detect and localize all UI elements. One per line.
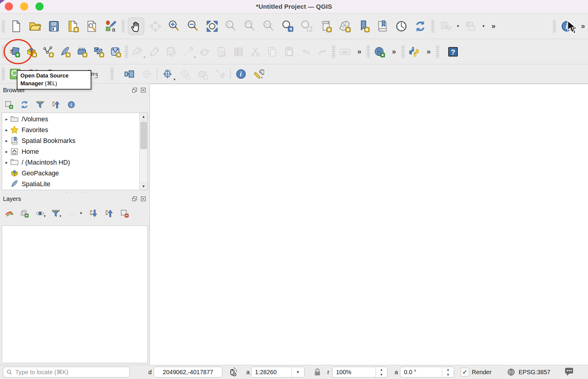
browser-close-button[interactable] bbox=[140, 87, 146, 93]
collapse-all-button[interactable] bbox=[50, 99, 61, 110]
toggle-editing-button[interactable] bbox=[147, 44, 162, 59]
toolbar-drag-handle[interactable] bbox=[111, 68, 114, 80]
add-group-button[interactable] bbox=[19, 208, 29, 218]
lock-scale-icon[interactable] bbox=[312, 367, 323, 377]
new-virtual-layer-button[interactable] bbox=[91, 44, 106, 59]
save-layer-edits-button[interactable] bbox=[164, 44, 178, 59]
toolbar-drag-handle[interactable] bbox=[2, 68, 5, 80]
scale-dropdown-arrow[interactable]: ▼ bbox=[291, 367, 304, 377]
expander-icon[interactable]: ▸ bbox=[3, 149, 10, 154]
label-overflow-button[interactable]: » bbox=[354, 44, 364, 59]
pan-map-button[interactable] bbox=[128, 17, 144, 35]
georeferencer-button[interactable] bbox=[139, 66, 154, 82]
collapse-all-layers-button[interactable] bbox=[104, 208, 114, 218]
open-layer-styling-button[interactable] bbox=[4, 208, 14, 218]
new-mesh-layer-button[interactable] bbox=[74, 44, 89, 59]
vertex-tool-button[interactable] bbox=[198, 44, 212, 59]
close-window-button[interactable] bbox=[5, 2, 13, 11]
toolbar-drag-handle[interactable] bbox=[436, 45, 439, 58]
new-spatialite-layer-button[interactable] bbox=[58, 44, 72, 59]
expander-icon[interactable]: ▸ bbox=[3, 138, 10, 144]
toolbar-drag-handle[interactable] bbox=[431, 20, 434, 32]
magnifier-spinbox[interactable]: 100% ▲▼ bbox=[332, 367, 387, 377]
toolbar-drag-handle[interactable] bbox=[122, 20, 125, 32]
pan-to-selection-button[interactable] bbox=[147, 18, 163, 35]
zoom-to-layer-button[interactable] bbox=[242, 18, 258, 35]
web-overflow-button[interactable]: » bbox=[389, 44, 399, 59]
filter-browser-button[interactable] bbox=[35, 99, 45, 110]
profile-tool-button[interactable] bbox=[122, 66, 136, 82]
add-circle-button[interactable] bbox=[178, 66, 192, 82]
save-project-button[interactable] bbox=[46, 18, 62, 35]
select-features-button[interactable] bbox=[438, 18, 453, 35]
delete-selected-button[interactable] bbox=[231, 44, 246, 59]
new-print-layout-button[interactable] bbox=[65, 18, 80, 35]
help-button[interactable]: ? bbox=[446, 44, 460, 59]
metadata-info-button[interactable]: i bbox=[234, 66, 248, 82]
magnifier-stepper[interactable]: ▲▼ bbox=[375, 367, 387, 377]
panel-splitter[interactable]: · · · · · · bbox=[0, 190, 149, 194]
dropdown-arrow[interactable]: ▼ bbox=[193, 56, 196, 59]
new-geopackage-layer-button[interactable] bbox=[24, 44, 38, 59]
dropdown-arrow[interactable]: ▼ bbox=[173, 78, 176, 81]
copy-features-button[interactable] bbox=[265, 44, 279, 59]
zoom-to-selection-button[interactable] bbox=[223, 18, 239, 35]
coordinate-field[interactable]: 2049062,-4017877 bbox=[154, 367, 222, 377]
browser-float-button[interactable] bbox=[132, 87, 138, 93]
open-project-button[interactable] bbox=[27, 18, 43, 35]
add-feature-button[interactable]: ▼ bbox=[181, 44, 195, 59]
toolbar-drag-handle[interactable] bbox=[2, 45, 5, 58]
metasearch-button[interactable] bbox=[372, 44, 386, 59]
resize-grip[interactable]: .: bbox=[585, 374, 587, 378]
attributes-overflow-button[interactable]: » bbox=[578, 18, 588, 34]
toolbar-drag-handle[interactable] bbox=[553, 20, 556, 32]
add-selected-layers-button[interactable] bbox=[4, 99, 14, 110]
new-3d-map-view-button[interactable] bbox=[337, 18, 352, 35]
layers-close-button[interactable] bbox=[140, 196, 146, 202]
modify-attributes-button[interactable] bbox=[214, 44, 229, 59]
refresh-browser-button[interactable] bbox=[19, 99, 29, 110]
redo-button[interactable] bbox=[315, 44, 330, 59]
browser-item-volumes[interactable]: ▸/Volumes bbox=[3, 114, 147, 125]
filter-by-expression-button[interactable]: ε bbox=[66, 208, 76, 218]
cut-features-button[interactable] bbox=[248, 44, 262, 59]
render-checkbox[interactable]: ✓ Render bbox=[461, 367, 492, 377]
zoom-last-button[interactable] bbox=[280, 18, 296, 35]
paste-features-button[interactable] bbox=[282, 44, 296, 59]
locator-search[interactable] bbox=[3, 367, 130, 377]
dropdown-arrow[interactable]: ▼ bbox=[43, 214, 46, 218]
crs-status[interactable]: EPSG:3857 bbox=[506, 367, 550, 377]
dropdown-arrow[interactable]: ▼ bbox=[59, 214, 62, 218]
open-data-source-manager-button[interactable] bbox=[7, 44, 22, 59]
browser-properties-button[interactable]: i bbox=[66, 99, 76, 110]
browser-item-spatialite[interactable]: SpatiaLite bbox=[3, 179, 147, 190]
map-canvas[interactable] bbox=[150, 84, 588, 365]
minimize-window-button[interactable] bbox=[20, 2, 28, 11]
browser-item-geopackage[interactable]: GeoPackage bbox=[3, 168, 147, 179]
plugins-overflow-button[interactable]: » bbox=[424, 44, 434, 59]
new-map-view-button[interactable] bbox=[318, 18, 333, 35]
browser-item-favorites[interactable]: ▸Favorites bbox=[3, 125, 147, 135]
labeling-button[interactable]: abc bbox=[338, 44, 352, 59]
new-project-button[interactable] bbox=[8, 18, 24, 35]
manage-map-themes-button[interactable]: ▼ bbox=[35, 208, 45, 218]
clean-vector-button[interactable] bbox=[213, 66, 227, 82]
select-by-form-button[interactable] bbox=[463, 18, 479, 35]
dropdown-arrow[interactable]: ▼ bbox=[79, 211, 83, 215]
zoom-native-button[interactable]: 1:1 bbox=[261, 18, 277, 35]
expander-icon[interactable]: ▸ bbox=[3, 117, 10, 122]
toolbar-drag-handle[interactable] bbox=[332, 45, 335, 58]
dropdown-arrow[interactable]: ▼ bbox=[456, 24, 460, 28]
undo-button[interactable] bbox=[299, 44, 313, 59]
dropdown-arrow[interactable]: ▼ bbox=[482, 24, 485, 28]
topology-checker-button[interactable] bbox=[195, 66, 210, 82]
expander-icon[interactable]: ▸ bbox=[3, 160, 10, 165]
identify-features-button[interactable]: i bbox=[559, 18, 575, 35]
expand-all-button[interactable] bbox=[88, 208, 99, 218]
toolbar-overflow-button[interactable]: » bbox=[489, 18, 499, 34]
browser-item-home[interactable]: ▸Home bbox=[3, 146, 147, 157]
maximize-window-button[interactable] bbox=[35, 2, 44, 11]
refresh-map-button[interactable] bbox=[412, 18, 428, 35]
scale-combo[interactable]: 1:28260 ▼ bbox=[251, 367, 305, 377]
style-manager-button[interactable]: a bbox=[103, 18, 118, 35]
